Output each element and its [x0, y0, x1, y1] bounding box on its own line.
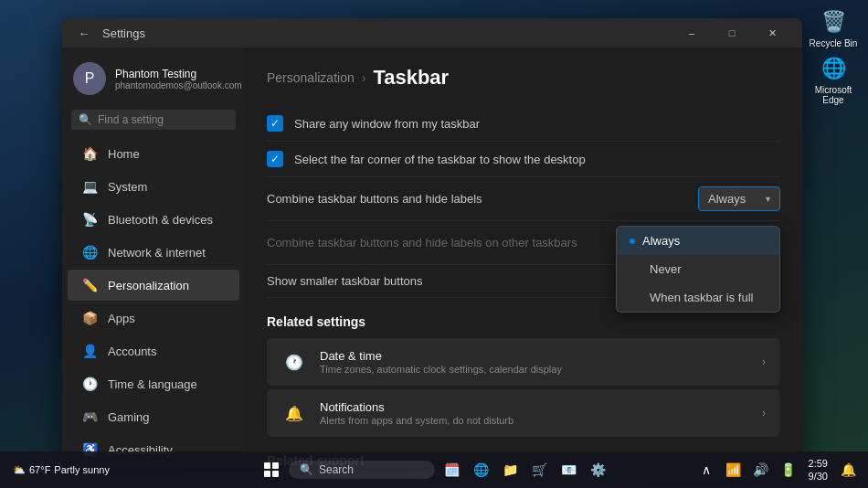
taskbar-icon-explorer[interactable]: 📁	[497, 457, 523, 483]
taskbar-center: 🔍 Search 🗓️ 🌐 📁 🛒 📧 ⚙️	[258, 456, 610, 483]
taskbar-icon-settings-app[interactable]: ⚙️	[585, 457, 610, 483]
sys-tray: ∧ 📶 🔊 🔋	[693, 457, 801, 483]
user-profile[interactable]: P Phantom Testing phantomodemos@outlook.…	[62, 55, 245, 106]
sidebar-label-gaming: Gaming	[108, 410, 150, 424]
dropdown-item-always[interactable]: Always	[617, 227, 779, 255]
dropdown-item-when-full[interactable]: When taskbar is full	[617, 283, 779, 312]
date-time-title: Date & time	[320, 349, 749, 363]
dropdown-menu: Always Never When taskbar is full	[616, 226, 780, 313]
combine-taskbar-label: Combine taskbar buttons and hide labels	[267, 192, 698, 206]
network-icon: 🌐	[80, 243, 99, 261]
notifications-title: Notifications	[320, 400, 749, 414]
combine-taskbar-row: Combine taskbar buttons and hide labels …	[267, 177, 780, 221]
sidebar-item-personalization[interactable]: ✏️ Personalization	[68, 270, 239, 301]
sidebar-label-system: System	[108, 180, 147, 194]
notifications-icon: 🔔	[281, 400, 307, 426]
main-content: Personalization › Taskbar ✓ Share any wi…	[245, 48, 802, 466]
sidebar-item-apps[interactable]: 📦 Apps	[68, 302, 239, 334]
taskbar-left: ⛅ 67°F Partly sunny	[7, 464, 115, 476]
search-input[interactable]	[98, 113, 235, 126]
personalization-icon: ✏️	[80, 276, 99, 294]
share-window-label: Share any window from my taskbar	[294, 117, 780, 131]
notifications-card[interactable]: 🔔 Notifications Alerts from apps and sys…	[267, 389, 780, 437]
far-corner-checkbox[interactable]: ✓	[267, 151, 283, 167]
system-icon: 💻	[80, 177, 99, 196]
time-icon: 🕐	[80, 375, 99, 393]
combine-taskbar-dropdown[interactable]: Always ▾	[698, 186, 780, 211]
date-time-icon: 🕐	[281, 349, 307, 375]
sidebar-label-bluetooth: Bluetooth & devices	[108, 213, 213, 227]
always-label: Always	[642, 234, 680, 248]
search-label: Search	[319, 463, 354, 476]
breadcrumb-parent[interactable]: Personalization	[267, 70, 355, 85]
sidebar-item-home[interactable]: 🏠 Home	[68, 138, 239, 169]
tray-volume-icon[interactable]: 🔊	[748, 457, 774, 483]
far-corner-label: Select the far corner of the taskbar to …	[294, 153, 780, 166]
search-bar[interactable]: 🔍 Search	[289, 461, 435, 479]
notifications-desc: Alerts from apps and system, do not dist…	[320, 415, 749, 426]
svg-rect-3	[272, 471, 279, 477]
taskbar-icon-widgets[interactable]: 🗓️	[439, 457, 464, 483]
weather-icon: ⛅	[13, 464, 26, 476]
related-settings-heading: Related settings	[267, 314, 780, 329]
chevron-right-icon: ›	[762, 355, 766, 368]
date-time-card[interactable]: 🕐 Date & time Time zones, automatic cloc…	[267, 338, 780, 386]
window-body: P Phantom Testing phantomodemos@outlook.…	[62, 48, 802, 466]
svg-rect-1	[272, 462, 279, 469]
share-window-row: ✓ Share any window from my taskbar	[267, 106, 780, 142]
maximize-button[interactable]: □	[713, 20, 751, 46]
edge-icon[interactable]: 🌐 Microsoft Edge	[806, 54, 861, 105]
tray-network-icon[interactable]: 📶	[721, 457, 746, 483]
recycle-bin-label: Recycle Bin	[810, 38, 858, 48]
sidebar-label-network: Network & internet	[108, 246, 206, 260]
apps-icon: 📦	[80, 309, 99, 327]
recycle-bin-icon[interactable]: 🗑️ Recycle Bin	[806, 7, 861, 48]
sidebar-label-personalization: Personalization	[108, 279, 189, 292]
sidebar-item-accounts[interactable]: 👤 Accounts	[68, 335, 239, 366]
start-button[interactable]	[258, 456, 285, 483]
tray-battery-icon[interactable]: 🔋	[776, 457, 801, 483]
weather-widget[interactable]: ⛅ 67°F Partly sunny	[7, 464, 115, 476]
sidebar-item-time[interactable]: 🕐 Time & language	[68, 368, 239, 399]
sidebar-label-time: Time & language	[108, 377, 197, 391]
taskbar-time[interactable]: 2:59 9/30	[805, 457, 831, 483]
gaming-icon: 🎮	[80, 408, 99, 426]
sidebar-item-bluetooth[interactable]: 📡 Bluetooth & devices	[68, 204, 239, 235]
desktop: 🗑️ Recycle Bin 🌐 Microsoft Edge ← Settin…	[0, 0, 868, 488]
sidebar-item-gaming[interactable]: 🎮 Gaming	[68, 401, 239, 432]
sidebar: P Phantom Testing phantomodemos@outlook.…	[62, 48, 245, 466]
svg-rect-0	[264, 462, 270, 469]
edge-label: Microsoft Edge	[806, 85, 861, 105]
desktop-icons: 🗑️ Recycle Bin 🌐 Microsoft Edge	[806, 7, 861, 105]
sidebar-item-network[interactable]: 🌐 Network & internet	[68, 237, 239, 268]
page-title: Taskbar	[373, 66, 449, 90]
sidebar-item-system[interactable]: 💻 System	[68, 171, 239, 202]
tray-notifications[interactable]: 🔔	[835, 457, 861, 483]
minimize-button[interactable]: –	[672, 20, 711, 46]
taskbar-icon-mail[interactable]: 📧	[556, 457, 581, 483]
svg-rect-2	[264, 471, 270, 477]
sidebar-search[interactable]: 🔍	[71, 110, 236, 130]
tray-chevron[interactable]: ∧	[693, 457, 719, 483]
date-time-desc: Time zones, automatic clock settings, ca…	[320, 364, 749, 375]
weather-desc: Partly sunny	[54, 464, 110, 475]
search-icon: 🔍	[79, 113, 92, 126]
close-button[interactable]: ✕	[753, 20, 791, 46]
selected-indicator	[630, 239, 635, 244]
never-label: Never	[650, 262, 682, 276]
taskbar-right: ∧ 📶 🔊 🔋 2:59 9/30 🔔	[693, 457, 861, 483]
taskbar-icon-edge[interactable]: 🌐	[468, 457, 493, 483]
title-bar: ← Settings – □ ✕	[62, 18, 802, 48]
search-icon-taskbar: 🔍	[300, 463, 313, 476]
when-full-label: When taskbar is full	[650, 291, 753, 304]
dropdown-item-never[interactable]: Never	[617, 255, 779, 283]
share-window-checkbox[interactable]: ✓	[267, 115, 283, 132]
taskbar-icon-store[interactable]: 🛒	[526, 457, 552, 483]
avatar: P	[73, 62, 106, 95]
clock-date: 9/30	[809, 470, 828, 483]
bluetooth-icon: 📡	[80, 210, 99, 228]
back-button[interactable]: ←	[73, 22, 95, 44]
page-header: Personalization › Taskbar	[267, 66, 780, 90]
chevron-right-icon-2: ›	[762, 407, 766, 419]
chevron-down-icon: ▾	[766, 194, 770, 204]
